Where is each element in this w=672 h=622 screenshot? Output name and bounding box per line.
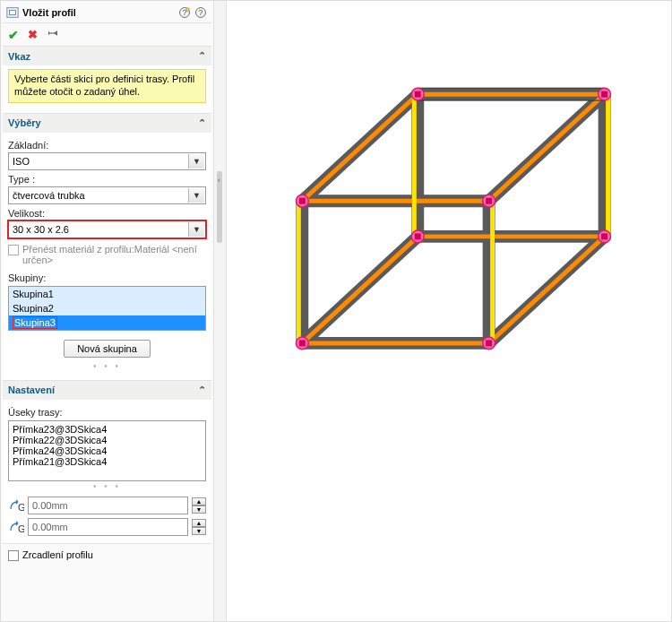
nova-skupina-button[interactable]: Nová skupina	[64, 340, 151, 358]
panel-title: Vložit profil	[22, 7, 176, 18]
type-select[interactable]: čtvercová trubka ▼	[8, 186, 206, 204]
section-nastaveni: Nastavení ⌃ Úseky trasy: Přímka23@3DSkic…	[3, 381, 211, 544]
chevron-up-icon: ⌃	[198, 384, 206, 396]
chevron-up-icon: ⌃	[198, 50, 206, 62]
svg-line-27	[302, 94, 418, 201]
property-panel: Vložit profil ? ? ✔ ✖ Vkaz ⌃ Vyberte čás…	[1, 1, 214, 621]
g2-step-up[interactable]: ▲	[192, 519, 206, 527]
zakladni-select[interactable]: ISO ▼	[8, 152, 206, 170]
svg-line-30	[489, 237, 605, 343]
g1-step-up[interactable]: ▲	[192, 497, 206, 505]
skupiny-item[interactable]: Skupina1	[9, 287, 205, 301]
type-label: Type :	[8, 174, 206, 185]
panel-header: Vložit profil ? ?	[3, 3, 211, 23]
g2-input[interactable]: 0.00mm	[28, 518, 188, 536]
velikost-select[interactable]: 30 x 30 x 2.6 ▼	[8, 220, 206, 238]
useky-item[interactable]: Přímka21@3DSkica4	[13, 456, 202, 467]
skupiny-item-selected[interactable]: Skupina3	[9, 315, 205, 330]
structural-member-icon	[6, 6, 19, 19]
help-context-icon[interactable]: ?	[177, 5, 192, 20]
rotate-g2-icon: G2	[8, 519, 24, 535]
help-icon[interactable]: ?	[194, 5, 208, 20]
svg-point-4	[186, 8, 190, 12]
g1-input[interactable]: 0.00mm	[28, 497, 188, 514]
resize-grip[interactable]: • • •	[8, 481, 206, 493]
svg-line-29	[302, 237, 418, 343]
prenest-checkbox[interactable]	[8, 245, 19, 255]
section-vybery-header[interactable]: Výběry ⌃	[3, 114, 211, 133]
skupiny-item[interactable]: Skupina2	[9, 301, 205, 315]
skupiny-label: Skupiny:	[8, 272, 206, 283]
useky-item[interactable]: Přímka23@3DSkica4	[13, 424, 202, 435]
skupiny-listbox[interactable]: Skupina1 Skupina2 Skupina3	[8, 286, 206, 331]
section-nastaveni-title: Nastavení	[8, 384, 55, 395]
svg-line-28	[489, 94, 605, 201]
prenest-label: Přenést materiál z profilu:Materiál <nen…	[22, 244, 206, 265]
dropdown-arrow-icon: ▼	[188, 222, 204, 237]
useky-label: Úseky trasy:	[8, 407, 206, 418]
model-3d-frame	[227, 1, 671, 618]
graphics-viewport[interactable]	[227, 1, 671, 621]
panel-divider[interactable]	[214, 1, 227, 621]
section-vybery-title: Výběry	[8, 117, 41, 128]
svg-text:G1: G1	[18, 502, 24, 513]
section-vkaz: Vkaz ⌃ Vyberte části skici pro definici …	[3, 47, 211, 114]
resize-grip[interactable]: • • •	[8, 361, 206, 373]
action-row: ✔ ✖	[3, 23, 211, 47]
g2-step-down[interactable]: ▼	[192, 527, 206, 535]
svg-rect-1	[10, 10, 16, 14]
pin-button[interactable]	[47, 27, 59, 42]
skupiny-item-highlight: Skupina3	[13, 316, 57, 329]
dropdown-arrow-icon: ▼	[188, 188, 204, 203]
useky-item[interactable]: Přímka22@3DSkica4	[13, 435, 202, 445]
useky-listbox[interactable]: Přímka23@3DSkica4 Přímka22@3DSkica4 Přím…	[8, 420, 206, 481]
type-value: čtvercová trubka	[13, 190, 85, 201]
g1-row: G1 0.00mm ▲ ▼	[8, 497, 206, 514]
instruction-message: Vyberte části skici pro definici trasy. …	[8, 69, 206, 103]
velikost-label: Velikost:	[8, 208, 206, 219]
zakladni-label: Základní:	[8, 140, 206, 151]
g1-step-down[interactable]: ▼	[192, 505, 206, 514]
cancel-button[interactable]: ✖	[28, 28, 38, 41]
mirror-row: Zrcadlení profilu	[3, 544, 211, 566]
svg-rect-0	[7, 8, 18, 18]
svg-text:?: ?	[198, 7, 202, 17]
svg-text:G2: G2	[18, 523, 24, 534]
mirror-label: Zrcadlení profilu	[22, 549, 93, 560]
section-vkaz-title: Vkaz	[8, 51, 30, 62]
rotate-g1-icon: G1	[8, 497, 24, 514]
useky-item[interactable]: Přímka24@3DSkica4	[13, 445, 202, 456]
dropdown-arrow-icon: ▼	[188, 154, 204, 168]
section-vybery: Výběry ⌃ Základní: ISO ▼ Type : čtvercov…	[3, 114, 211, 381]
prenest-row: Přenést materiál z profilu:Materiál <nen…	[8, 244, 206, 265]
chevron-up-icon: ⌃	[198, 117, 206, 129]
g2-row: G2 0.00mm ▲ ▼	[8, 518, 206, 536]
app-window: Vložit profil ? ? ✔ ✖ Vkaz ⌃ Vyberte čás…	[0, 0, 672, 622]
svg-text:?: ?	[182, 7, 186, 17]
mirror-checkbox[interactable]	[8, 550, 19, 561]
section-vkaz-header[interactable]: Vkaz ⌃	[3, 47, 211, 65]
section-nastaveni-header[interactable]: Nastavení ⌃	[3, 381, 211, 400]
velikost-value: 30 x 30 x 2.6	[13, 224, 69, 235]
zakladni-value: ISO	[13, 156, 30, 167]
ok-button[interactable]: ✔	[8, 28, 19, 42]
